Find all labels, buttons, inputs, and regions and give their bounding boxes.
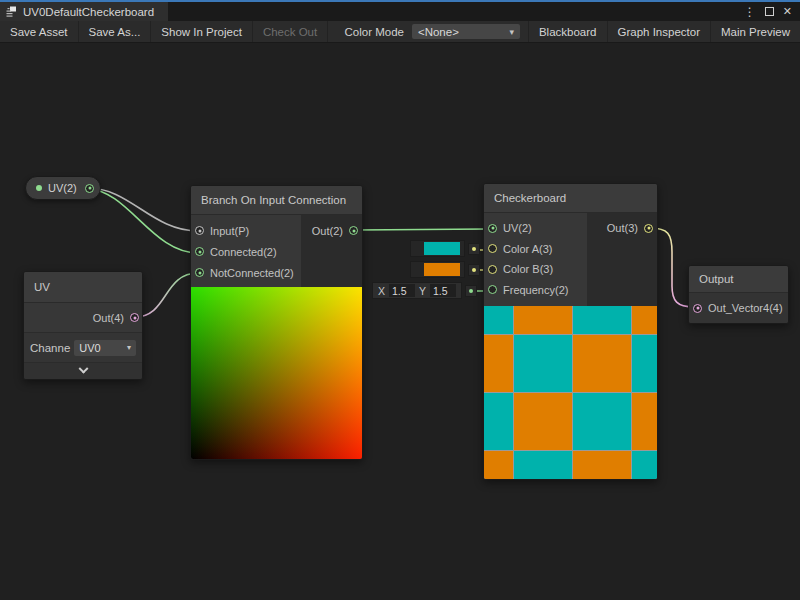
checkerboard-uv-label: UV(2) (503, 222, 532, 234)
output-vector4-port[interactable] (693, 304, 702, 313)
branch-outputs: Out(2) (301, 215, 362, 287)
tab-bar: UV0DefaultCheckerboard ⋮ ✕ (0, 2, 800, 21)
uv-out-row: Out(4) (24, 303, 142, 332)
frequency-connector[interactable] (465, 285, 477, 297)
checkerboard-colorb-port[interactable] (488, 265, 497, 274)
branch-node-title[interactable]: Branch On Input Connection (191, 186, 362, 215)
checker-cell (514, 393, 572, 450)
uv-pill-label: UV(2) (48, 182, 79, 194)
node-uv-pill[interactable]: UV(2) (25, 176, 101, 200)
branch-inputs: Input(P) Connected(2) NotConnected(2) (191, 215, 301, 287)
node-uv[interactable]: UV Out(4) Channe UV0 ▾ (23, 271, 143, 380)
color-b-field[interactable] (410, 261, 465, 278)
output-input-row[interactable]: Out_Vector4(4) (689, 293, 788, 323)
checkerboard-frequency-port[interactable] (488, 285, 497, 294)
frequency-fields: X 1.5 Y 1.5 (372, 282, 462, 299)
branch-preview-gradient (191, 287, 363, 459)
connector-dot-icon (472, 268, 476, 272)
checker-cell (484, 451, 513, 479)
branch-input-row[interactable]: Input(P) (191, 220, 301, 241)
frequency-x-input[interactable]: 1.5 (389, 284, 415, 297)
connector-dot-icon (469, 289, 473, 293)
branch-input-label: Input(P) (210, 225, 249, 237)
maximize-icon[interactable] (765, 7, 774, 16)
branch-out-port[interactable] (349, 226, 358, 235)
color-b-swatch[interactable] (424, 263, 460, 276)
checker-cell (514, 335, 572, 392)
color-a-swatch[interactable] (424, 242, 460, 255)
main-preview-button[interactable]: Main Preview (710, 21, 800, 42)
save-asset-button[interactable]: Save Asset (0, 21, 79, 42)
color-a-connector[interactable] (468, 243, 480, 255)
checkerboard-uv-row[interactable]: UV(2) (484, 218, 587, 239)
checkerboard-inputs: UV(2) Color A(3) Color B(3) Frequency(2) (484, 213, 587, 306)
checker-cell (514, 451, 572, 479)
uv-channel-value: UV0 (79, 342, 100, 354)
uv-channel-dropdown[interactable]: UV0 ▾ (74, 340, 136, 356)
window-controls: ⋮ ✕ (744, 2, 800, 21)
checker-cell (573, 306, 631, 334)
blackboard-button[interactable]: Blackboard (528, 21, 607, 42)
color-b-widget (410, 261, 480, 278)
toolbar-right-group: Color Mode <None> ▾ Blackboard Graph Ins… (337, 21, 800, 42)
branch-connected-port[interactable] (195, 247, 204, 256)
checkerboard-out-label: Out(3) (607, 222, 638, 234)
checkerboard-out-port[interactable] (644, 224, 653, 233)
uv-node-title[interactable]: UV (24, 272, 142, 303)
check-out-button: Check Out (253, 21, 328, 42)
shader-graph-icon (6, 6, 18, 18)
show-in-project-button[interactable]: Show In Project (151, 21, 253, 42)
checker-cell (484, 306, 513, 334)
branch-out-row[interactable]: Out(2) (308, 220, 362, 241)
tab-title: UV0DefaultCheckerboard (23, 6, 154, 18)
node-checkerboard[interactable]: Checkerboard UV(2) Color A(3) Color B(3)… (483, 183, 658, 480)
checker-cell (632, 335, 658, 392)
checkerboard-out-row[interactable]: Out(3) (603, 218, 657, 239)
checker-cell (573, 451, 631, 479)
collapse-chevron-icon (78, 363, 88, 373)
node-branch[interactable]: Branch On Input Connection Input(P) Conn… (190, 185, 363, 460)
color-mode-dropdown[interactable]: <None> ▾ (412, 24, 520, 39)
uv-out-port[interactable] (130, 313, 139, 322)
toolbar: Save Asset Save As... Show In Project Ch… (0, 21, 800, 43)
branch-connected-row[interactable]: Connected(2) (191, 241, 301, 262)
checkerboard-colorb-row[interactable]: Color B(3) (484, 259, 587, 280)
color-b-connector[interactable] (468, 264, 480, 276)
branch-input-port[interactable] (195, 226, 204, 235)
checker-cell (632, 393, 658, 450)
checkerboard-colora-port[interactable] (488, 244, 497, 253)
branch-notconnected-row[interactable]: NotConnected(2) (191, 262, 301, 283)
close-icon[interactable]: ✕ (783, 6, 792, 17)
uv-collapse-bar[interactable] (24, 362, 142, 379)
uv-channel-row: Channe UV0 ▾ (24, 332, 142, 362)
tab-shader-graph[interactable]: UV0DefaultCheckerboard (0, 2, 168, 21)
uv-pill-out-port[interactable] (85, 184, 94, 193)
color-mode-label: Color Mode (337, 21, 412, 42)
window-menu-icon[interactable]: ⋮ (744, 6, 756, 18)
checker-cell (632, 451, 658, 479)
color-a-field[interactable] (410, 240, 465, 257)
checkerboard-frequency-row[interactable]: Frequency(2) (484, 280, 587, 301)
color-mode-value: <None> (418, 26, 459, 38)
checker-cell (514, 306, 572, 334)
frequency-widget: X 1.5 Y 1.5 (372, 282, 477, 299)
checkerboard-colora-row[interactable]: Color A(3) (484, 239, 587, 260)
checkerboard-colorb-label: Color B(3) (503, 263, 553, 275)
branch-connected-label: Connected(2) (210, 246, 277, 258)
save-as-button[interactable]: Save As... (79, 21, 152, 42)
checker-cell (632, 306, 658, 334)
output-node-title[interactable]: Output (689, 266, 788, 293)
chevron-down-icon: ▾ (509, 27, 514, 37)
chevron-down-icon: ▾ (127, 343, 131, 352)
checker-cell (573, 335, 631, 392)
checkerboard-uv-port[interactable] (488, 224, 497, 233)
branch-notconnected-label: NotConnected(2) (210, 267, 294, 279)
frequency-y-input[interactable]: 1.5 (430, 284, 456, 297)
property-bullet-icon (36, 185, 42, 191)
checkerboard-preview (484, 306, 658, 479)
branch-notconnected-port[interactable] (195, 268, 204, 277)
node-output[interactable]: Output Out_Vector4(4) (688, 265, 789, 324)
graph-inspector-button[interactable]: Graph Inspector (607, 21, 710, 42)
checkerboard-node-title[interactable]: Checkerboard (484, 184, 657, 213)
checkerboard-frequency-label: Frequency(2) (503, 284, 568, 296)
